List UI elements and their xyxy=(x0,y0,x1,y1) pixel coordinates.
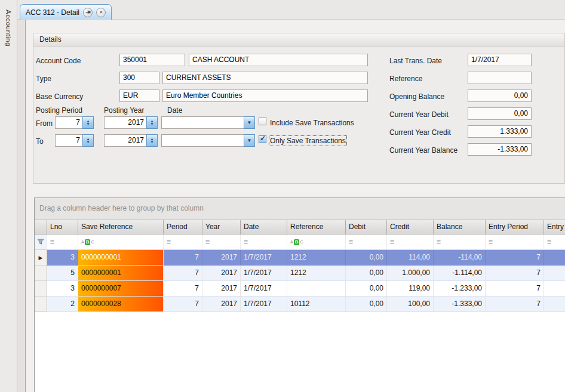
current-year-balance-field[interactable]: -1.333,00 xyxy=(468,143,532,156)
column-header-period[interactable]: Period xyxy=(164,220,202,234)
column-header-credit[interactable]: Credit xyxy=(387,220,434,234)
current-year-debit-field[interactable]: 0,00 xyxy=(468,107,532,120)
type-code-field[interactable]: 300 xyxy=(119,72,159,84)
only-save-checkbox[interactable]: ✓ xyxy=(259,135,266,143)
account-code-field[interactable]: 350001 xyxy=(119,54,185,66)
filter-equals-icon[interactable]: = xyxy=(346,234,387,250)
cell-entry-period[interactable]: 7 xyxy=(486,250,544,266)
spinner-up-down-icon[interactable]: ▲ ▼ xyxy=(146,116,158,129)
cell-period[interactable]: 7 xyxy=(164,297,202,312)
column-header-lno[interactable]: Lno xyxy=(47,220,78,234)
cell-debit[interactable]: 0,00 xyxy=(346,250,387,266)
cell-reference[interactable] xyxy=(287,281,346,297)
column-header-date[interactable]: Date xyxy=(241,220,287,234)
cell-lno[interactable]: 5 xyxy=(47,266,78,281)
filter-funnel-icon[interactable] xyxy=(35,234,47,250)
cell-year[interactable]: 2017 xyxy=(202,250,241,266)
cell-reference[interactable]: 10112 xyxy=(287,297,346,312)
currency-name-field[interactable]: Euro Member Countries xyxy=(162,89,368,102)
from-period-value[interactable]: 7 xyxy=(55,116,82,129)
cell-reference[interactable]: 1212 xyxy=(287,250,346,266)
cell-entry-year[interactable] xyxy=(544,281,565,297)
pin-icon[interactable] xyxy=(83,8,93,17)
group-by-panel[interactable]: Drag a column header here to group by th… xyxy=(35,198,565,220)
cell-lno[interactable]: 2 xyxy=(47,297,78,312)
table-row[interactable]: 5 0000000001 7 2017 1/7/2017 1212 0,00 1… xyxy=(35,266,565,281)
column-header-save-reference[interactable]: Save Reference xyxy=(78,220,164,234)
cell-credit[interactable]: 114,00 xyxy=(387,250,434,266)
cell-debit[interactable]: 0,00 xyxy=(346,297,387,312)
cell-date[interactable]: 1/7/2017 xyxy=(241,297,287,312)
to-period-value[interactable]: 7 xyxy=(55,134,82,147)
spinner-up-down-icon[interactable]: ▲ ▼ xyxy=(146,134,158,147)
filter-equals-icon[interactable]: = xyxy=(164,234,202,250)
table-row[interactable]: 2 0000000028 7 2017 1/7/2017 10112 0,00 … xyxy=(35,297,565,312)
cell-date[interactable]: 1/7/2017 xyxy=(241,281,287,297)
cell-entry-period[interactable]: 7 xyxy=(486,266,544,281)
column-header-entry-period[interactable]: Entry Period xyxy=(486,220,544,234)
to-year-stepper[interactable]: 2017 ▲ ▼ xyxy=(104,134,158,147)
dock-tab-accounting[interactable]: Accounting xyxy=(5,10,12,47)
cell-period[interactable]: 7 xyxy=(164,250,202,266)
cell-entry-year[interactable] xyxy=(544,250,565,266)
include-save-checkbox[interactable] xyxy=(259,118,266,125)
cell-balance[interactable]: -1.333,00 xyxy=(434,297,486,312)
from-date-picker[interactable]: ▼ xyxy=(161,116,255,129)
cell-debit[interactable]: 0,00 xyxy=(346,281,387,297)
filter-equals-icon[interactable]: = xyxy=(387,234,434,250)
table-row[interactable]: 3 0000000007 7 2017 1/7/2017 0,00 119,00… xyxy=(35,281,565,297)
to-year-value[interactable]: 2017 xyxy=(104,134,146,147)
cell-lno[interactable]: 3 xyxy=(47,250,78,266)
filter-equals-icon[interactable]: = xyxy=(434,234,486,250)
cell-balance[interactable]: -114,00 xyxy=(434,250,486,266)
column-header-debit[interactable]: Debit xyxy=(346,220,387,234)
cell-year[interactable]: 2017 xyxy=(202,297,241,312)
spinner-up-down-icon[interactable]: ▲ ▼ xyxy=(82,116,94,129)
account-name-field[interactable]: CASH ACCOUNT xyxy=(189,54,368,66)
cell-entry-year[interactable] xyxy=(544,266,565,281)
cell-save-reference[interactable]: 0000000001 xyxy=(78,250,164,266)
cell-period[interactable]: 7 xyxy=(164,281,202,297)
current-year-credit-field[interactable]: 1.333,00 xyxy=(468,125,532,138)
cell-save-reference[interactable]: 0000000001 xyxy=(78,266,164,281)
column-header-reference[interactable]: Reference xyxy=(287,220,346,234)
dropdown-arrow-icon[interactable]: ▼ xyxy=(244,134,255,147)
cell-year[interactable]: 2017 xyxy=(202,281,241,297)
spin-down-icon[interactable]: ▼ xyxy=(151,123,154,126)
filter-abc-icon[interactable]: ABC xyxy=(78,234,164,250)
cell-entry-period[interactable]: 7 xyxy=(486,281,544,297)
cell-credit[interactable]: 1.000,00 xyxy=(387,266,434,281)
close-icon[interactable]: ✕ xyxy=(96,8,106,17)
cell-balance[interactable]: -1.233,00 xyxy=(434,281,486,297)
filter-equals-icon[interactable]: = xyxy=(544,234,565,250)
from-period-stepper[interactable]: 7 ▲ ▼ xyxy=(55,116,94,129)
spin-down-icon[interactable]: ▼ xyxy=(87,141,90,144)
cell-period[interactable]: 7 xyxy=(164,266,202,281)
cell-date[interactable]: 1/7/2017 xyxy=(241,250,287,266)
reference-field[interactable] xyxy=(468,72,532,84)
cell-credit[interactable]: 119,00 xyxy=(387,281,434,297)
column-header-entry-year[interactable]: Entry xyxy=(544,220,565,234)
only-save-label[interactable]: Only Save Transactions xyxy=(270,137,346,145)
cell-entry-year[interactable] xyxy=(544,297,565,312)
last-trans-date-field[interactable]: 1/7/2017 xyxy=(468,54,532,66)
cell-date[interactable]: 1/7/2017 xyxy=(241,266,287,281)
include-save-label[interactable]: Include Save Transactions xyxy=(270,119,354,127)
from-year-value[interactable]: 2017 xyxy=(104,116,146,129)
cell-balance[interactable]: -1.114,00 xyxy=(434,266,486,281)
filter-abc-icon[interactable]: ABC xyxy=(287,234,346,250)
to-date-value[interactable] xyxy=(161,134,244,147)
currency-code-field[interactable]: EUR xyxy=(119,89,159,102)
to-date-picker[interactable]: ▼ xyxy=(161,134,255,147)
opening-balance-field[interactable]: 0,00 xyxy=(468,89,532,102)
to-period-stepper[interactable]: 7 ▲ ▼ xyxy=(55,134,94,147)
filter-equals-icon[interactable]: = xyxy=(47,234,78,250)
cell-save-reference[interactable]: 0000000007 xyxy=(78,281,164,297)
cell-debit[interactable]: 0,00 xyxy=(346,266,387,281)
spinner-up-down-icon[interactable]: ▲ ▼ xyxy=(82,134,94,147)
filter-equals-icon[interactable]: = xyxy=(202,234,241,250)
cell-year[interactable]: 2017 xyxy=(202,266,241,281)
column-header-balance[interactable]: Balance xyxy=(434,220,486,234)
dropdown-arrow-icon[interactable]: ▼ xyxy=(244,116,255,129)
tab-acc-312-detail[interactable]: ACC 312 - Detail ✕ xyxy=(20,4,112,20)
